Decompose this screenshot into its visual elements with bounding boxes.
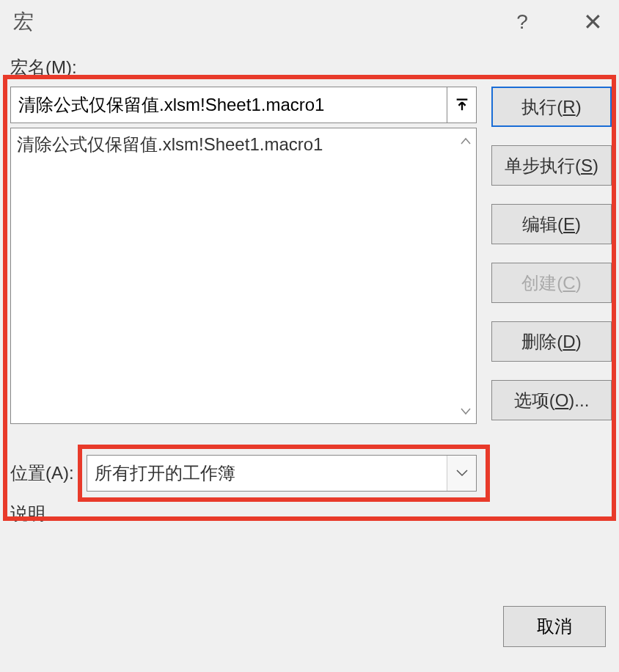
- close-icon[interactable]: ✕: [579, 8, 606, 36]
- location-select-value: 所有打开的工作簿: [87, 461, 447, 485]
- list-item[interactable]: 清除公式仅保留值.xlsm!Sheet1.macro1: [17, 133, 450, 156]
- macro-name-row: [10, 87, 477, 123]
- titlebar: 宏 ? ✕: [0, 0, 619, 44]
- window-controls: ? ✕: [509, 8, 606, 36]
- description-label: 说明: [10, 502, 45, 525]
- macro-list-items: 清除公式仅保留值.xlsm!Sheet1.macro1: [11, 128, 455, 423]
- step-into-button[interactable]: 单步执行(S): [491, 145, 612, 186]
- macro-list-scrollbar[interactable]: [455, 128, 476, 423]
- collapse-up-icon: [454, 97, 470, 113]
- macro-list[interactable]: 清除公式仅保留值.xlsm!Sheet1.macro1: [10, 128, 477, 424]
- edit-button[interactable]: 编辑(E): [491, 204, 612, 244]
- macro-name-label: 宏名(M):: [10, 56, 77, 79]
- chevron-down-icon[interactable]: [447, 456, 476, 491]
- scroll-up-icon[interactable]: [461, 133, 471, 148]
- delete-button[interactable]: 删除(D): [491, 321, 612, 362]
- scroll-down-icon[interactable]: [461, 403, 471, 419]
- location-row: 位置(A): 所有打开的工作簿: [10, 455, 477, 492]
- cancel-button[interactable]: 取消: [503, 606, 606, 647]
- button-column: 执行(R) 单步执行(S) 编辑(E) 创建(C) 删除(D) 选项(O)...: [491, 87, 612, 420]
- help-icon[interactable]: ?: [509, 10, 535, 34]
- options-button[interactable]: 选项(O)...: [491, 380, 612, 420]
- macro-name-input[interactable]: [10, 87, 447, 123]
- location-label: 位置(A):: [10, 461, 87, 485]
- content-area: 清除公式仅保留值.xlsm!Sheet1.macro1 执行(R) 单步执行(S…: [10, 82, 609, 672]
- location-select[interactable]: 所有打开的工作簿: [87, 455, 477, 492]
- run-button[interactable]: 执行(R): [491, 87, 612, 127]
- dialog-title: 宏: [13, 8, 34, 36]
- macro-collapse-button[interactable]: [447, 87, 477, 123]
- create-button: 创建(C): [491, 263, 612, 303]
